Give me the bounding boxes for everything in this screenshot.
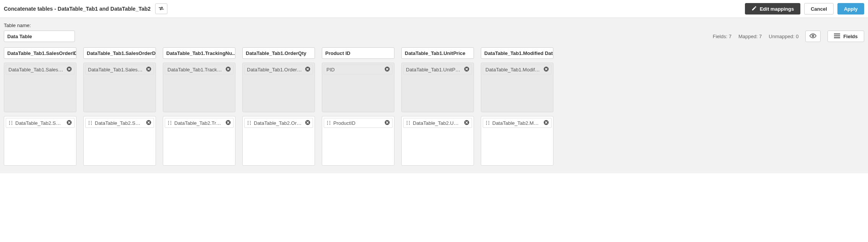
- field-chip[interactable]: DataTable_Tab2.UnitPr...: [403, 118, 472, 128]
- tab2-drop-zone[interactable]: DataTable_Tab2.Sales...: [83, 116, 156, 166]
- drag-handle-icon[interactable]: [326, 121, 331, 125]
- svg-point-40: [329, 123, 330, 123]
- remove-field-button[interactable]: [543, 119, 550, 126]
- svg-point-50: [409, 124, 410, 125]
- field-chip[interactable]: DataTable_Tab1.OrderQty: [244, 65, 313, 74]
- svg-point-16: [91, 123, 92, 123]
- field-chip-label: ProductID: [333, 120, 381, 126]
- remove-field-button[interactable]: [225, 119, 232, 126]
- column-header[interactable]: DataTable_Tab1.SalesOrderD...: [83, 47, 156, 59]
- fields-menu-label: Fields: [843, 34, 858, 39]
- field-chip[interactable]: DataTable_Tab1.TrackingN...: [165, 65, 234, 74]
- tab2-drop-zone[interactable]: DataTable_Tab2.Tracki...: [163, 116, 235, 166]
- remove-field-button[interactable]: [225, 66, 232, 73]
- apply-label: Apply: [844, 6, 858, 12]
- field-chip-label: DataTable_Tab2.Sales...: [15, 120, 63, 126]
- remove-field-button[interactable]: [543, 66, 550, 73]
- field-chip[interactable]: ProductID: [324, 118, 393, 128]
- remove-field-button[interactable]: [384, 119, 391, 126]
- svg-point-37: [327, 121, 328, 122]
- tab1-drop-zone[interactable]: DataTable_Tab1.OrderQty: [242, 63, 315, 112]
- drag-handle-icon[interactable]: [485, 121, 490, 125]
- drag-handle-icon[interactable]: [167, 121, 172, 125]
- edit-mappings-button[interactable]: Edit mappings: [745, 3, 801, 15]
- visibility-toggle-button[interactable]: [805, 31, 821, 42]
- tab1-drop-zone[interactable]: DataTable_Tab1.TrackingN...: [163, 63, 235, 112]
- tab2-drop-zone[interactable]: DataTable_Tab2.Sales...: [4, 116, 76, 166]
- drag-handle-icon[interactable]: [247, 121, 251, 125]
- svg-point-31: [248, 123, 248, 123]
- tab2-drop-zone[interactable]: DataTable_Tab2.Order...: [242, 116, 315, 166]
- field-chip[interactable]: DataTable_Tab1.UnitPrice: [403, 65, 472, 74]
- field-chip-label: DataTable_Tab1.OrderQty: [247, 67, 302, 73]
- table-name-input[interactable]: [4, 31, 75, 42]
- svg-point-54: [488, 121, 489, 122]
- svg-point-21: [168, 121, 169, 122]
- apply-button[interactable]: Apply: [837, 3, 864, 15]
- close-icon: [225, 66, 231, 73]
- svg-point-57: [486, 124, 487, 125]
- close-icon: [305, 66, 311, 73]
- remove-field-button[interactable]: [463, 119, 470, 126]
- remove-field-button[interactable]: [145, 66, 152, 73]
- mapping-column: Product IDPIDProductID: [322, 47, 394, 166]
- tab2-drop-zone[interactable]: DataTable_Tab2.Modifi...: [481, 116, 553, 166]
- field-chip-label: DataTable_Tab2.Tracki...: [174, 120, 222, 126]
- field-chip[interactable]: DataTable_Tab2.Modifi...: [483, 118, 552, 128]
- remove-field-button[interactable]: [384, 66, 391, 73]
- mapping-column: DataTable_Tab1.SalesOrderD...DataTable_T…: [83, 47, 156, 166]
- column-header[interactable]: Product ID: [322, 47, 394, 59]
- cancel-button[interactable]: Cancel: [804, 3, 834, 15]
- close-icon: [305, 119, 311, 127]
- close-icon: [146, 119, 152, 127]
- close-icon: [66, 66, 72, 73]
- drag-handle-icon[interactable]: [88, 121, 92, 125]
- field-chip[interactable]: DataTable_Tab1.SalesOrd...: [85, 65, 154, 74]
- drag-handle-icon[interactable]: [406, 121, 410, 125]
- tab1-drop-zone[interactable]: DataTable_Tab1.UnitPrice: [401, 63, 474, 112]
- field-chip[interactable]: DataTable_Tab2.Tracki...: [165, 118, 234, 128]
- drag-handle-icon[interactable]: [8, 121, 13, 125]
- mapping-column: DataTable_Tab1.Modified DateDataTable_Ta…: [481, 47, 553, 166]
- tab1-drop-zone[interactable]: DataTable_Tab1.Modified ...: [481, 63, 553, 112]
- remove-field-button[interactable]: [145, 119, 152, 126]
- svg-point-24: [170, 123, 171, 123]
- header-bar: Concatenate tables - DataTable_Tab1 and …: [0, 0, 868, 18]
- field-chip[interactable]: DataTable_Tab1.Modified ...: [483, 65, 552, 74]
- field-chip[interactable]: PID: [324, 65, 393, 74]
- column-header[interactable]: DataTable_Tab1.OrderQty: [242, 47, 315, 59]
- remove-field-button[interactable]: [463, 66, 470, 73]
- edit-mappings-label: Edit mappings: [760, 6, 794, 12]
- tab2-drop-zone[interactable]: ProductID: [322, 116, 394, 166]
- svg-point-33: [248, 124, 248, 125]
- column-header[interactable]: DataTable_Tab1.Modified Date: [481, 47, 553, 59]
- field-chip[interactable]: DataTable_Tab1.SalesOrd...: [6, 65, 75, 74]
- column-header[interactable]: DataTable_Tab1.TrackingNu...: [163, 47, 235, 59]
- remove-field-button[interactable]: [304, 119, 311, 126]
- column-header[interactable]: DataTable_Tab1.SalesOrderID: [4, 47, 76, 59]
- pencil-icon: [751, 6, 760, 12]
- svg-rect-3: [834, 37, 840, 38]
- tab1-drop-zone[interactable]: PID: [322, 63, 394, 112]
- tab1-drop-zone[interactable]: DataTable_Tab1.SalesOrd...: [83, 63, 156, 112]
- remove-field-button[interactable]: [66, 119, 73, 126]
- svg-point-56: [488, 123, 489, 123]
- swap-tables-button[interactable]: [155, 3, 167, 14]
- svg-point-45: [407, 121, 407, 122]
- svg-point-26: [170, 124, 171, 125]
- field-chip-label: DataTable_Tab1.TrackingN...: [167, 67, 222, 73]
- fields-menu-button[interactable]: Fields: [827, 31, 864, 42]
- top-row: Fields: 7 Mapped: 7 Unmapped: 0 Fields: [4, 31, 864, 42]
- svg-point-38: [329, 121, 330, 122]
- svg-point-7: [9, 123, 10, 123]
- svg-rect-1: [834, 34, 840, 34]
- remove-field-button[interactable]: [66, 66, 73, 73]
- field-chip[interactable]: DataTable_Tab2.Sales...: [6, 118, 75, 128]
- close-icon: [464, 119, 470, 127]
- tab1-drop-zone[interactable]: DataTable_Tab1.SalesOrd...: [4, 63, 76, 112]
- tab2-drop-zone[interactable]: DataTable_Tab2.UnitPr...: [401, 116, 474, 166]
- column-header[interactable]: DataTable_Tab1.UnitPrice: [401, 47, 474, 59]
- field-chip[interactable]: DataTable_Tab2.Sales...: [85, 118, 154, 128]
- remove-field-button[interactable]: [304, 66, 311, 73]
- field-chip[interactable]: DataTable_Tab2.Order...: [244, 118, 313, 128]
